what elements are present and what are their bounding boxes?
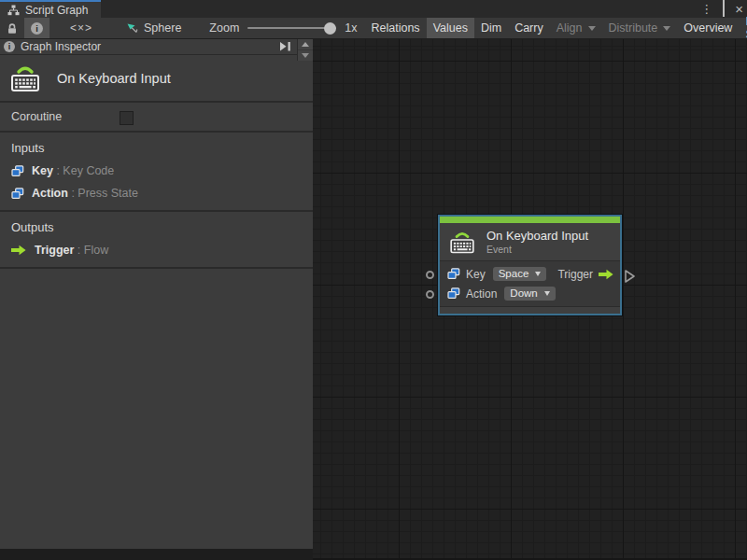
carry-button[interactable]: Carry xyxy=(508,18,550,38)
node-title: On Keyboard Input xyxy=(486,229,588,244)
main-area: i Graph Inspector On Keyboard Input Coro… xyxy=(0,39,747,560)
info-icon: i xyxy=(31,22,43,35)
zoom-control: Zoom 1x xyxy=(190,18,364,38)
zoom-slider-handle[interactable] xyxy=(324,22,336,35)
code-icon: <×> xyxy=(70,21,92,35)
align-button[interactable]: Align xyxy=(550,18,602,38)
action-dropdown[interactable]: Down xyxy=(504,287,555,301)
fullscreen-button[interactable]: Full Screen xyxy=(739,18,747,38)
script-graph-window: Script Graph ⋮ × i <×> Sphere xyxy=(0,0,747,560)
value-port-icon xyxy=(11,165,24,177)
pager-up-button[interactable] xyxy=(298,39,313,49)
coroutine-checkbox[interactable] xyxy=(120,111,134,125)
node-footer xyxy=(440,306,620,314)
value-port-icon xyxy=(11,188,24,200)
keyboard-event-icon xyxy=(9,63,41,93)
inspector-pager xyxy=(297,39,313,61)
tab-label: Script Graph xyxy=(25,4,88,17)
graph-inspector-header: i Graph Inspector xyxy=(0,39,313,55)
lock-icon xyxy=(7,22,18,35)
window-controls: ⋮ × xyxy=(700,0,743,18)
input-port-row: Key : Key Code xyxy=(11,164,313,177)
graph-toolbar: i <×> Sphere Zoom 1x Relations Values Di… xyxy=(0,18,747,39)
node-subtitle: Event xyxy=(486,244,588,255)
chevron-down-icon xyxy=(544,291,550,296)
hierarchy-graph-icon xyxy=(7,5,20,16)
close-icon[interactable]: × xyxy=(735,2,743,16)
dock-panel-icon[interactable] xyxy=(279,41,291,52)
outputs-section: Outputs Trigger : Flow xyxy=(0,212,313,269)
arrow-down-icon xyxy=(302,53,309,58)
graph-pointer-icon xyxy=(126,22,138,35)
input-port-row: Action : Press State xyxy=(11,187,313,200)
key-port-label: Key xyxy=(466,268,486,281)
zoom-value: 1x xyxy=(345,21,357,35)
output-port-row: Trigger : Flow xyxy=(11,244,313,257)
graph-inspector-panel: i Graph Inspector On Keyboard Input Coro… xyxy=(0,39,313,549)
flow-arrow-icon xyxy=(599,269,614,280)
trigger-port-label: Trigger xyxy=(557,268,593,281)
relations-button[interactable]: Relations xyxy=(365,18,427,38)
lock-button[interactable] xyxy=(0,18,24,38)
zoom-slider[interactable] xyxy=(247,27,336,29)
maximize-icon[interactable] xyxy=(723,3,725,15)
tab-bar: Script Graph ⋮ × xyxy=(0,0,747,18)
overview-button[interactable]: Overview xyxy=(677,18,739,38)
chevron-down-icon xyxy=(663,26,670,31)
chevron-down-icon xyxy=(588,26,596,31)
flow-arrow-icon xyxy=(11,245,27,256)
inputs-heading: Inputs xyxy=(11,141,313,155)
keyboard-event-icon xyxy=(448,230,476,255)
inputs-section: Inputs Key : Key Code Action : Press Sta… xyxy=(0,133,313,212)
trigger-output-port[interactable] xyxy=(624,269,636,284)
inspected-unit-header: On Keyboard Input xyxy=(0,55,313,103)
zoom-label: Zoom xyxy=(209,21,239,35)
chevron-down-icon xyxy=(535,272,541,276)
info-icon: i xyxy=(4,41,15,52)
pager-down-button[interactable] xyxy=(298,50,313,61)
coroutine-row: Coroutine xyxy=(0,103,313,133)
inspector-toggle-button[interactable]: i xyxy=(24,18,49,38)
on-keyboard-input-node[interactable]: On Keyboard Input Event Key Space Trigge… xyxy=(438,215,622,315)
tab-script-graph[interactable]: Script Graph xyxy=(0,0,101,18)
key-input-port[interactable] xyxy=(426,271,434,279)
dim-button[interactable]: Dim xyxy=(474,18,508,38)
inspector-bottom-filler xyxy=(0,549,313,560)
graph-owner-label: Sphere xyxy=(144,21,181,35)
graph-canvas[interactable]: On Keyboard Input Event Key Space Trigge… xyxy=(313,39,747,558)
window-menu-icon[interactable]: ⋮ xyxy=(700,3,712,15)
arrow-up-icon xyxy=(302,42,309,47)
node-header: On Keyboard Input Event xyxy=(440,223,620,261)
graph-inspector-title: Graph Inspector xyxy=(21,40,101,53)
code-view-button[interactable]: <×> xyxy=(49,18,113,38)
node-port-row-key: Key Space Trigger xyxy=(447,264,614,284)
node-port-row-action: Action Down xyxy=(447,284,614,303)
action-input-port[interactable] xyxy=(426,290,434,299)
value-port-icon xyxy=(447,287,460,300)
values-button[interactable]: Values xyxy=(427,18,474,38)
action-port-label: Action xyxy=(466,287,497,301)
inspected-unit-title: On Keyboard Input xyxy=(57,71,171,86)
key-dropdown[interactable]: Space xyxy=(493,267,547,281)
distribute-button[interactable]: Distribute xyxy=(602,18,678,38)
node-body: Key Space Trigger Action Down xyxy=(440,261,620,306)
value-port-icon xyxy=(447,268,460,280)
coroutine-label: Coroutine xyxy=(0,110,62,123)
event-node-color-bar xyxy=(440,217,620,223)
graph-owner-button[interactable]: Sphere xyxy=(113,18,190,38)
outputs-heading: Outputs xyxy=(11,220,313,234)
